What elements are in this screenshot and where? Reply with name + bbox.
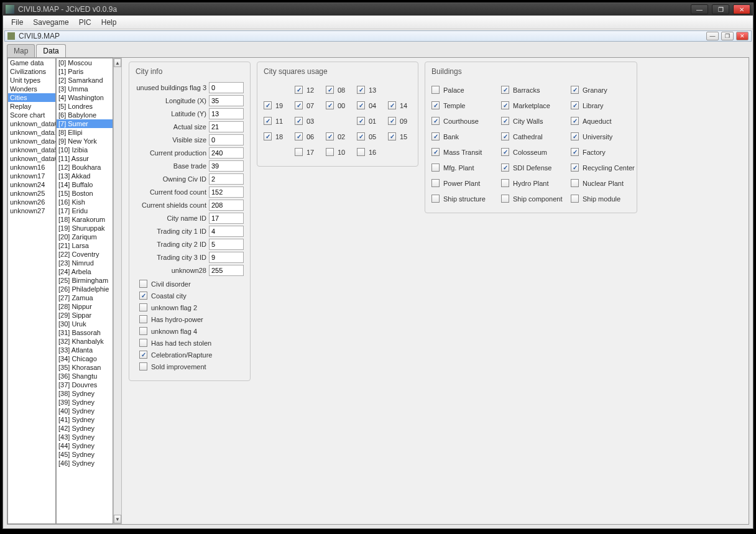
category-item[interactable]: unknown_data4 <box>8 137 55 145</box>
checkbox[interactable] <box>139 362 147 371</box>
square-checkbox[interactable] <box>357 148 365 156</box>
city-item[interactable]: [3] Umma <box>57 85 113 93</box>
maximize-button[interactable]: ❐ <box>712 4 729 14</box>
square-checkbox[interactable] <box>357 117 365 125</box>
category-item[interactable]: Game data <box>8 58 55 67</box>
square-checkbox[interactable] <box>357 86 365 94</box>
city-item[interactable]: [14] Buffalo <box>57 180 113 189</box>
city-item[interactable]: [45] Sydney <box>57 450 113 459</box>
building-checkbox[interactable] <box>431 132 440 140</box>
category-listbox[interactable]: Game dataCivilizationsUnit typesWondersC… <box>7 58 56 524</box>
building-checkbox[interactable] <box>431 179 440 187</box>
square-checkbox[interactable] <box>264 101 272 109</box>
city-listbox[interactable]: [0] Moscou[1] Paris[2] Samarkand[3] Umma… <box>56 58 113 524</box>
city-item[interactable]: [40] Sydney <box>57 407 113 415</box>
field-input[interactable] <box>209 95 244 106</box>
square-checkbox[interactable] <box>295 132 303 140</box>
building-checkbox[interactable] <box>501 117 509 125</box>
building-checkbox[interactable] <box>571 163 579 172</box>
scroll-up-icon[interactable]: ▲ <box>114 58 121 67</box>
city-item[interactable]: [25] Birmingham <box>57 276 113 285</box>
checkbox[interactable] <box>139 339 147 347</box>
city-item[interactable]: [24] Arbela <box>57 267 113 276</box>
checkbox[interactable] <box>139 292 147 300</box>
square-checkbox[interactable] <box>357 101 365 109</box>
city-item[interactable]: [26] Philadelphie <box>57 285 113 293</box>
building-checkbox[interactable] <box>501 148 509 156</box>
category-item[interactable]: unknown26 <box>8 198 55 206</box>
building-checkbox[interactable] <box>431 148 440 156</box>
building-checkbox[interactable] <box>571 195 579 203</box>
city-item[interactable]: [1] Paris <box>57 67 113 76</box>
city-item[interactable]: [8] Ellipi <box>57 128 113 137</box>
building-checkbox[interactable] <box>431 86 440 94</box>
menu-file[interactable]: File <box>7 17 27 28</box>
category-item[interactable]: unknown_data0 <box>8 119 55 128</box>
building-checkbox[interactable] <box>501 163 509 172</box>
category-item[interactable]: unknown_data1 <box>8 128 55 137</box>
square-checkbox[interactable] <box>326 132 334 140</box>
city-item[interactable]: [34] Chicago <box>57 354 113 363</box>
category-item[interactable]: Unit types <box>8 76 55 85</box>
category-item[interactable]: unknown_data5 <box>8 145 55 154</box>
doc-minimize-button[interactable]: — <box>706 32 719 40</box>
category-item[interactable]: unknown27 <box>8 206 55 215</box>
city-item[interactable]: [17] Eridu <box>57 206 113 215</box>
field-input[interactable] <box>209 265 244 276</box>
square-checkbox[interactable] <box>264 132 272 140</box>
square-checkbox[interactable] <box>295 117 303 125</box>
city-item[interactable]: [15] Boston <box>57 189 113 198</box>
tab-data[interactable]: Data <box>36 44 65 57</box>
field-input[interactable] <box>209 160 244 172</box>
city-item[interactable]: [18] Karakorum <box>57 215 113 224</box>
building-checkbox[interactable] <box>431 163 440 172</box>
scroll-track[interactable] <box>114 67 121 515</box>
building-checkbox[interactable] <box>431 195 440 203</box>
city-item[interactable]: [37] Douvres <box>57 380 113 389</box>
field-input[interactable] <box>209 173 244 185</box>
field-input[interactable] <box>209 186 244 198</box>
city-item[interactable]: [19] Shuruppak <box>57 224 113 232</box>
scroll-down-icon[interactable]: ▼ <box>114 515 121 523</box>
building-checkbox[interactable] <box>431 101 440 109</box>
doc-restore-button[interactable]: ❐ <box>721 32 734 40</box>
category-item[interactable]: unknown17 <box>8 172 55 180</box>
city-item[interactable]: [31] Bassorah <box>57 328 113 337</box>
city-item[interactable]: [2] Samarkand <box>57 76 113 85</box>
checkbox[interactable] <box>139 351 147 359</box>
building-checkbox[interactable] <box>501 132 509 140</box>
city-item[interactable]: [20] Zariqum <box>57 232 113 241</box>
building-checkbox[interactable] <box>571 179 579 187</box>
city-item[interactable]: [11] Assur <box>57 154 113 163</box>
city-item[interactable]: [27] Zamua <box>57 293 113 302</box>
building-checkbox[interactable] <box>501 179 509 187</box>
city-item[interactable]: [7] Sumer <box>57 119 113 128</box>
menu-savegame[interactable]: Savegame <box>29 17 73 28</box>
category-item[interactable]: Cities <box>8 93 55 102</box>
building-checkbox[interactable] <box>571 86 579 94</box>
minimize-button[interactable]: — <box>691 4 708 14</box>
building-checkbox[interactable] <box>571 148 579 156</box>
city-item[interactable]: [35] Khorasan <box>57 363 113 372</box>
city-item[interactable]: [42] Sydney <box>57 424 113 433</box>
field-input[interactable] <box>209 252 244 263</box>
category-item[interactable]: unknown16 <box>8 163 55 172</box>
field-input[interactable] <box>209 239 244 250</box>
city-item[interactable]: [44] Sydney <box>57 441 113 450</box>
building-checkbox[interactable] <box>501 195 509 203</box>
field-input[interactable] <box>209 213 244 224</box>
city-item[interactable]: [23] Nimrud <box>57 259 113 267</box>
field-input[interactable] <box>209 147 244 159</box>
city-item[interactable]: [5] Londres <box>57 102 113 111</box>
field-input[interactable] <box>209 121 244 132</box>
square-checkbox[interactable] <box>357 132 365 140</box>
checkbox[interactable] <box>139 327 147 335</box>
city-item[interactable]: [33] Atlanta <box>57 346 113 354</box>
building-checkbox[interactable] <box>571 101 579 109</box>
category-item[interactable]: Civilizations <box>8 67 55 76</box>
square-checkbox[interactable] <box>326 148 334 156</box>
city-item[interactable]: [32] Khanbalyk <box>57 337 113 346</box>
category-item[interactable]: Wonders <box>8 85 55 93</box>
field-input[interactable] <box>209 108 244 119</box>
field-input[interactable] <box>209 82 244 93</box>
